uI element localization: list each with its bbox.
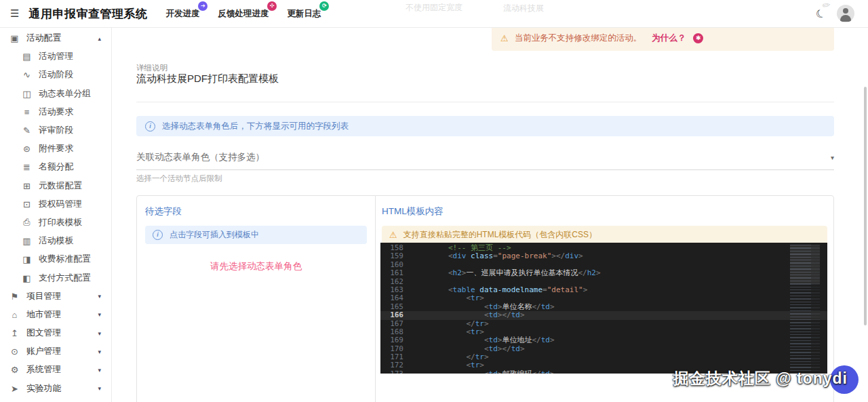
sidebar-item-实验功能[interactable]: ➤实验功能▾ xyxy=(0,380,111,398)
sidebar-item-活动要求[interactable]: ≡活动要求 xyxy=(0,103,111,121)
main-content: ⚠ 当前业务不支持修改绑定的活动。 为什么？ ✱ 详细说明 流动科技展PDF打印… xyxy=(113,27,868,402)
chevron-down-icon: ▾ xyxy=(98,385,101,392)
menu-toggle-icon[interactable]: ☰ xyxy=(10,7,19,20)
sidebar-item-活动配置[interactable]: ▣活动配置▴ xyxy=(0,29,111,47)
description-value: 流动科技展PDF打印表配置模板 xyxy=(136,73,279,85)
sidebar-item-label: 元数据配置 xyxy=(39,180,82,192)
sidebar-item-名额分配[interactable]: ≣名额分配 xyxy=(0,158,111,176)
description-label: 详细说明 xyxy=(136,63,167,73)
sidebar-item-活动管理[interactable]: ▤活动管理 xyxy=(0,47,111,66)
fields-panel: 待选字段 i 点击字段可插入到模板中 请先选择动态表单角色 xyxy=(137,196,376,402)
header-link-1[interactable]: 反馈处理进度✣ xyxy=(218,8,269,20)
sidebar-item-动态表单分组[interactable]: ◫动态表单分组 xyxy=(0,85,111,103)
fields-hint-text: 点击字段可插入到模板中 xyxy=(170,229,259,241)
theme-toggle-icon[interactable]: ☾ xyxy=(814,6,827,22)
template-warning-banner: ⚠ 支持直接粘贴完整的HTML模板代码（包含内联CSS） xyxy=(382,226,827,244)
chevron-up-icon: ▴ xyxy=(98,35,101,42)
sidebar-item-label: 项目管理 xyxy=(26,291,61,302)
sidebar-item-label: 活动管理 xyxy=(39,51,73,62)
editor-minimap-slider[interactable] xyxy=(790,245,820,284)
chevron-down-icon[interactable]: ▾ xyxy=(831,154,834,161)
watermark-top-center: 流动科技展 xyxy=(503,3,544,14)
numbered-list-icon: ≣ xyxy=(21,162,33,172)
code-text: <h2>一、巡展申请及执行单位基本情况</h2> xyxy=(412,269,601,277)
paperclip-icon: ⊜ xyxy=(21,144,33,154)
sidebar-item-label: 活动配置 xyxy=(26,33,61,44)
header-link-label: 反馈处理进度 xyxy=(218,9,269,18)
header-link-badge-icon: ➔ xyxy=(198,1,208,11)
sidebar-item-label: 收费标准配置 xyxy=(39,254,91,265)
why-link[interactable]: 为什么？ xyxy=(652,33,686,44)
code-text: <td>邮政编码</td> xyxy=(412,370,555,374)
review-edit-icon: ✎ xyxy=(21,125,33,136)
help-badge-icon[interactable]: ✱ xyxy=(693,33,703,43)
sidebar-item-label: 支付方式配置 xyxy=(39,273,91,284)
sidebar-item-label: 活动要求 xyxy=(39,106,73,118)
top-warning-banner: ⚠ 当前业务不支持修改绑定的活动。 为什么？ ✱ xyxy=(492,27,834,51)
info-icon: i xyxy=(145,121,155,132)
experiment-rocket-icon: ➤ xyxy=(9,384,20,394)
sidebar-item-系统管理[interactable]: ⚙系统管理▾ xyxy=(0,361,111,379)
sidebar-item-项目管理[interactable]: ⚑项目管理▾ xyxy=(0,287,111,306)
sidebar-item-收费标准配置[interactable]: ◨收费标准配置 xyxy=(0,250,111,268)
flag-icon: ⚑ xyxy=(9,292,20,302)
chevron-down-icon: ▾ xyxy=(98,293,101,300)
header-link-badge-icon: ⟳ xyxy=(319,1,329,11)
sidebar-item-label: 评审阶段 xyxy=(39,125,73,136)
warning-icon: ⚠ xyxy=(389,230,397,240)
building-icon: ⌂ xyxy=(9,310,20,320)
sidebar-item-label: 名额分配 xyxy=(39,161,73,173)
upload-icon: ↥ xyxy=(9,328,20,338)
line-number: 169 xyxy=(380,336,412,344)
header-right: ☾ xyxy=(816,5,854,22)
header-link-0[interactable]: 开发进度➔ xyxy=(165,8,199,20)
printer-icon: ⎙ xyxy=(21,217,33,228)
template-panel-title: HTML模板内容 xyxy=(382,205,827,218)
gear-icon: ⚙ xyxy=(9,365,20,375)
sidebar-item-label: 动态表单分组 xyxy=(39,88,91,100)
sidebar-item-label: 打印表模板 xyxy=(39,217,82,228)
page-scrollbar[interactable] xyxy=(864,87,867,325)
code-text: <div class="page-break"></div> xyxy=(412,252,583,260)
sidebar-item-支付方式配置[interactable]: ◧支付方式配置 xyxy=(0,268,111,287)
chevron-down-icon: ▾ xyxy=(98,348,101,355)
sidebar-item-活动模板[interactable]: ▥活动模板 xyxy=(0,232,111,250)
sidebar-item-label: 账户管理 xyxy=(26,346,61,357)
sidebar-item-活动阶段[interactable]: ∿活动阶段 xyxy=(0,66,111,84)
sidebar-item-授权码管理[interactable]: ⊡授权码管理 xyxy=(0,195,111,214)
header-link-2[interactable]: 更新日志⟳ xyxy=(287,8,321,20)
trend-line-icon: ∿ xyxy=(21,70,33,80)
chevron-down-icon: ▾ xyxy=(98,367,101,374)
user-avatar[interactable] xyxy=(837,5,854,22)
warning-icon: ⚠ xyxy=(500,33,509,43)
sidebar-nav: ▣活动配置▴▤活动管理∿活动阶段◫动态表单分组≡活动要求✎评审阶段⊜附件要求≣名… xyxy=(0,27,112,402)
fields-hint-banner: i 点击字段可插入到模板中 xyxy=(145,226,367,244)
sidebar-item-附件要求[interactable]: ⊜附件要求 xyxy=(0,140,111,158)
filter-lines-icon: ≡ xyxy=(21,107,33,117)
sidebar-item-评审阶段[interactable]: ✎评审阶段 xyxy=(0,121,111,140)
warning-text: 当前业务不支持修改绑定的活动。 xyxy=(515,33,642,44)
fee-standard-icon: ◨ xyxy=(21,254,33,264)
auth-code-icon: ⊡ xyxy=(21,199,33,209)
code-line: 161 <h2>一、巡展申请及执行单位基本情况</h2> xyxy=(380,269,827,277)
sidebar-item-元数据配置[interactable]: ⊞元数据配置 xyxy=(0,177,111,195)
sidebar-item-label: 附件要求 xyxy=(39,143,73,155)
sidebar-item-地市管理[interactable]: ⌂地市管理▾ xyxy=(0,306,111,324)
header-link-label: 开发进度 xyxy=(165,9,199,18)
header-links: 开发进度➔反馈处理进度✣更新日志⟳ xyxy=(147,8,321,20)
fields-empty-text: 请先选择动态表单角色 xyxy=(145,260,367,273)
sidebar-item-图文管理[interactable]: ↥图文管理▾ xyxy=(0,324,111,342)
line-number: 159 xyxy=(380,252,412,260)
code-lines: 158 <!-- 第三页 -->159 <div class="page-bre… xyxy=(380,244,827,374)
sidebar-item-label: 地市管理 xyxy=(26,309,61,321)
html-template-editor[interactable]: 158 <!-- 第三页 -->159 <div class="page-bre… xyxy=(380,243,827,374)
sidebar-item-账户管理[interactable]: ⊙账户管理▾ xyxy=(0,342,111,361)
sidebar-item-label: 授权码管理 xyxy=(39,199,82,210)
app-header: 不使用固定宽度 流动科技展 ✐ ☰ 通用申报审查管理系统 开发进度➔反馈处理进度… xyxy=(0,0,868,28)
code-line: 159 <div class="page-break"></div> xyxy=(380,252,827,260)
payment-icon: ◧ xyxy=(21,273,33,283)
role-select[interactable]: 关联动态表单角色（支持多选） ▾ 选择一个活动节点后限制 xyxy=(136,151,834,184)
template-warning-text: 支持直接粘贴完整的HTML模板代码（包含内联CSS） xyxy=(403,229,597,241)
line-number: 173 xyxy=(380,370,412,374)
sidebar-item-打印表模板[interactable]: ⎙打印表模板 xyxy=(0,214,111,232)
